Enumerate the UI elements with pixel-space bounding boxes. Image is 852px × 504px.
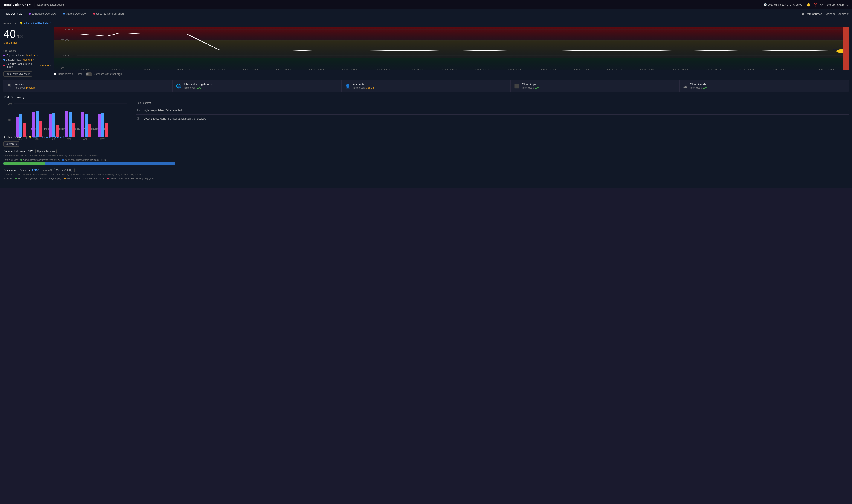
risk-event-overview-button[interactable]: Risk Event Overview xyxy=(3,71,32,77)
internet-facing-risk-level: Low xyxy=(196,86,201,89)
svg-text:Dec: Dec xyxy=(17,138,22,140)
risk-index-section: 40 /100 Medium risk Risk factors: Exposu… xyxy=(3,28,849,77)
chevron-down-icon: ▾ xyxy=(847,12,849,16)
svg-rect-13 xyxy=(843,28,849,70)
logo: Trend Vision One™ xyxy=(3,3,31,6)
exposure-factor-label: Exposure Index: xyxy=(6,54,25,57)
svg-rect-60 xyxy=(105,123,108,137)
cloud-apps-name: Cloud Apps xyxy=(522,83,539,86)
attack-dot xyxy=(63,13,65,15)
svg-text:04-24: 04-24 xyxy=(740,69,755,70)
devices-icon: 🖥 xyxy=(7,84,11,88)
notification-icon[interactable]: 🔔 xyxy=(806,3,811,7)
svg-rect-47 xyxy=(36,111,39,137)
tab-risk-overview[interactable]: Risk Overview xyxy=(3,10,23,18)
shield-icon: 🛡 xyxy=(820,3,823,6)
svg-text:0: 0 xyxy=(61,67,65,70)
svg-text:100: 100 xyxy=(8,103,12,105)
nav-tabs: Risk Overview Exposure Overview Attack O… xyxy=(3,10,125,18)
svg-text:01-09: 01-09 xyxy=(243,69,258,70)
security-factor-value: Medium xyxy=(39,64,49,67)
cloud-assets-name: Cloud Assets xyxy=(690,83,707,86)
tab-exposure-overview[interactable]: Exposure Overview xyxy=(28,10,57,18)
accounts-icon: 👤 xyxy=(345,84,350,89)
svg-rect-1 xyxy=(54,40,849,57)
dropdown-chevron-icon: ▾ xyxy=(16,143,17,146)
internet-icon: 🌐 xyxy=(176,84,181,89)
datetime-display: 🕐 2023-05-08 12:40 (UTC-05:00) xyxy=(764,3,803,6)
exposure-chevron-icon: › xyxy=(37,54,37,57)
svg-text:May: May xyxy=(100,138,105,140)
nav-bar: Risk Overview Exposure Overview Attack O… xyxy=(0,10,852,18)
header-left: Trend Vision One™ | Executive Dashboard xyxy=(3,2,64,7)
svg-rect-43 xyxy=(16,116,19,137)
devices-info: Devices Risk level: Medium xyxy=(14,83,35,89)
devices-card[interactable]: 🖥 Devices Risk level: Medium xyxy=(3,80,172,92)
internet-facing-name: Internet-Facing Assets xyxy=(184,83,212,86)
exposure-index-factor[interactable]: Exposure Index: Medium › xyxy=(3,54,51,57)
tab-attack-overview[interactable]: Attack Overview xyxy=(62,10,87,18)
risk-bar-chart: 100 50 0 xyxy=(3,102,132,130)
manage-reports-button[interactable]: Manage Reports ▾ xyxy=(825,12,849,16)
svg-text:01-23: 01-23 xyxy=(309,69,324,70)
cloud-apps-info: Cloud Apps Risk level: Low xyxy=(522,83,539,89)
svg-text:03-06: 03-06 xyxy=(508,69,523,70)
device-estimate-label: Device Estimate xyxy=(3,150,25,153)
header-divider: | xyxy=(34,2,35,7)
svg-rect-52 xyxy=(65,111,68,137)
devices-name: Devices xyxy=(14,83,35,86)
svg-text:02-06: 02-06 xyxy=(375,69,390,70)
chart-expand-icon[interactable]: › xyxy=(128,121,132,126)
svg-text:04-10: 04-10 xyxy=(673,69,688,70)
devices-risk: Risk level: Medium xyxy=(14,86,35,89)
bar-chart-area: 100 50 0 xyxy=(3,102,132,140)
data-sources-button[interactable]: ⚙ Data sources xyxy=(802,12,822,16)
svg-rect-58 xyxy=(98,114,101,137)
svg-rect-50 xyxy=(52,113,55,137)
tab-security-configuration[interactable]: Security Configuration xyxy=(92,10,125,18)
factor-count-1: 12 xyxy=(136,108,141,112)
svg-text:02-20: 02-20 xyxy=(441,69,457,70)
cloud-assets-risk-level: Low xyxy=(702,86,707,89)
svg-text:Apr: Apr xyxy=(83,138,87,140)
risk-factor-row-1[interactable]: 12 Highly exploitable CVEs detected › xyxy=(136,106,849,115)
help-icon[interactable]: ❓ xyxy=(813,3,818,7)
devices-progress-bar xyxy=(3,162,175,165)
security-factor-dot xyxy=(3,65,5,66)
discovered-label: Discovered Devices xyxy=(3,168,30,172)
limited-dot xyxy=(107,178,109,179)
extend-visibility-button[interactable]: Extend Visibility xyxy=(54,168,74,173)
cloud-assets-card[interactable]: ☁ Cloud Assets Risk level: Low xyxy=(680,80,849,92)
update-estimate-button[interactable]: Update Estimate xyxy=(35,149,57,154)
svg-text:03-13: 03-13 xyxy=(541,69,556,70)
current-dropdown[interactable]: Current ▾ xyxy=(3,142,19,147)
risk-factors-panel: Risk Factors: 12 Highly exploitable CVEs… xyxy=(136,102,849,130)
cloud-apps-card[interactable]: ⬛ Cloud Apps Risk level: Low xyxy=(511,80,679,92)
accounts-card[interactable]: 👤 Accounts Risk level: Medium xyxy=(342,80,510,92)
svg-text:02-13: 02-13 xyxy=(408,69,424,70)
header-icons: 🔔 ❓ 🛡 Trend Micro XDR PM xyxy=(806,3,849,7)
risk-index-left: 40 /100 Medium risk Risk factors: Exposu… xyxy=(3,28,51,77)
xdr-dot xyxy=(54,73,56,75)
clock-icon: 🕐 xyxy=(764,3,767,6)
nav-actions: ⚙ Data sources Manage Reports ▾ xyxy=(802,12,849,16)
risk-factor-row-2[interactable]: 3 Cyber threats found in critical attack… xyxy=(136,115,849,123)
internet-facing-info: Internet-Facing Assets Risk level: Low xyxy=(184,83,212,89)
attack-surface-section: Attack Surface | 💡 What is the Attack Su… xyxy=(3,135,849,180)
attack-factor-dot xyxy=(3,59,5,60)
risk-index-help[interactable]: 💡 What is the Risk Index? xyxy=(20,22,51,25)
svg-rect-55 xyxy=(81,112,84,137)
compare-toggle[interactable]: Compare with other orgs xyxy=(86,72,122,76)
internet-facing-card[interactable]: 🌐 Internet-Facing Assets Risk level: Low xyxy=(173,80,341,92)
risk-max: /100 xyxy=(17,35,23,39)
svg-text:Jan: Jan xyxy=(35,138,39,140)
security-config-factor[interactable]: Security Configuration Index: Medium › xyxy=(3,62,51,69)
accounts-risk-level: Medium xyxy=(365,86,375,89)
svg-text:05-08: 05-08 xyxy=(819,69,834,70)
attack-index-factor[interactable]: Attack Index: Medium › xyxy=(3,58,51,61)
accounts-info: Accounts Risk level: Medium xyxy=(353,83,375,89)
admin-indicator: Administrative estimate: 24% (482) xyxy=(20,159,60,161)
toggle-switch[interactable] xyxy=(86,72,92,76)
tab-risk-overview-label: Risk Overview xyxy=(4,12,22,15)
svg-rect-54 xyxy=(72,123,75,137)
